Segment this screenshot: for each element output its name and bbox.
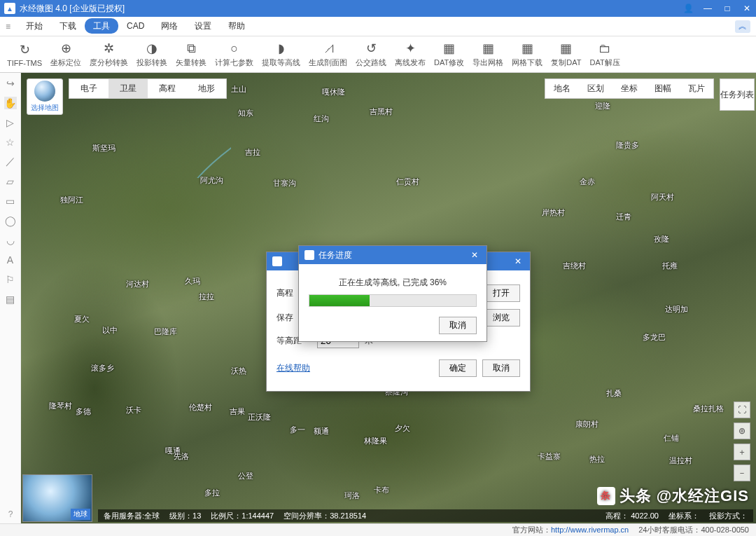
cancel-button[interactable]: 取消 (439, 317, 477, 334)
map-place-label: 卡布 (374, 485, 389, 495)
status-elev: 高程： 4022.00 (606, 511, 659, 521)
tool-rect-icon[interactable]: ▭ (4, 195, 17, 207)
map-place-label: 热拉 (589, 454, 605, 465)
ribbon-2[interactable]: ✲度分秒转换 (85, 39, 132, 69)
info-tab-2[interactable]: 坐标 (612, 79, 646, 98)
ribbon-3[interactable]: ◑投影转换 (132, 39, 172, 69)
map-tab-1[interactable]: 卫星 (108, 79, 148, 98)
collapse-ribbon-icon[interactable]: ︽ (735, 20, 750, 33)
map-place-label: 温拉村 (669, 455, 692, 466)
tool-star-icon[interactable]: ☆ (4, 136, 17, 149)
ribbon-icon: ✲ (104, 41, 114, 56)
menu-item-4[interactable]: 网络 (153, 18, 186, 34)
help-icon[interactable]: ? (4, 508, 17, 521)
site-link[interactable]: http://www.rivermap.cn (551, 525, 629, 534)
menu-item-0[interactable]: 开始 (18, 18, 51, 34)
ribbon-6[interactable]: ◗提取等高线 (258, 39, 304, 69)
map-canvas[interactable]: 土山嘎休隆知东红沟吉黑村迎隆斯坚玛吉拉隆贵多阿尤沟甘寨沟仁贡村金赤独阿江阿天村岸… (21, 73, 756, 523)
ribbon-14[interactable]: 🗀DAT解压 (585, 39, 624, 69)
info-tab-4[interactable]: 瓦片 (680, 79, 713, 98)
ribbon-12[interactable]: ▦网格下载 (507, 39, 547, 69)
map-place-label: 珂洛 (344, 490, 360, 501)
ribbon-8[interactable]: ↺公交路线 (351, 39, 391, 69)
ribbon-0[interactable]: ↻TIFF-TMS (3, 41, 46, 69)
map-place-label: 迎隆 (595, 101, 610, 111)
ok-button[interactable]: 确定 (439, 359, 477, 377)
browse-button[interactable]: 浏览 (482, 309, 520, 327)
zoom-in-button[interactable]: ＋ (734, 444, 750, 460)
map-tab-3[interactable]: 地形 (187, 79, 226, 98)
ribbon-label: 提取等高线 (262, 57, 300, 68)
ribbon-10[interactable]: ▦DAT修改 (430, 39, 468, 69)
menu-item-6[interactable]: 帮助 (220, 18, 253, 34)
tool-pointer-icon[interactable]: ▷ (4, 116, 17, 129)
map-place-label: 金赤 (580, 177, 595, 187)
fullscreen-button[interactable]: ⛶ (734, 401, 750, 418)
tool-layer-icon[interactable]: ▤ (4, 293, 17, 305)
ribbon-icon: ⊕ (61, 41, 71, 56)
menu-item-5[interactable]: 设置 (186, 18, 220, 34)
map-tab-0[interactable]: 电子 (69, 79, 108, 98)
globe-panel[interactable]: 地球 (22, 474, 92, 522)
map-selector-button[interactable]: 选择地图 (27, 78, 63, 115)
map-place-label: 迁青 (616, 212, 631, 222)
dialog-close-icon[interactable]: ✕ (468, 250, 481, 260)
ribbon-7[interactable]: ⩘生成剖面图 (304, 39, 351, 69)
dialog-logo-icon (304, 250, 314, 260)
map-place-label: 托雍 (662, 261, 678, 271)
online-help-link[interactable]: 在线帮助 (276, 362, 310, 374)
task-progress-dialog: 任务进度 ✕ 正在生成等高线, 已完成 36% 取消 (298, 245, 487, 342)
close-button[interactable]: ✕ (742, 4, 752, 13)
tool-redo-icon[interactable]: ↪ (4, 77, 17, 90)
task-list-button[interactable]: 任务列表 (720, 78, 755, 111)
tool-line-icon[interactable]: ／ (4, 156, 17, 168)
ribbon-4[interactable]: ⧉矢量转换 (172, 39, 211, 69)
tool-mark-icon[interactable]: ⚐ (4, 273, 17, 286)
map-place-label: 仁贡村 (396, 177, 419, 187)
ribbon-1[interactable]: ⊕坐标定位 (46, 39, 85, 69)
ribbon-label: 度分秒转换 (90, 57, 128, 68)
menu-item-2[interactable]: 工具 (85, 18, 118, 34)
tool-text-icon[interactable]: A (4, 254, 17, 266)
minimize-button[interactable]: — (703, 4, 713, 13)
locate-button[interactable]: ⊚ (734, 422, 750, 439)
dialog-titlebar[interactable]: 任务进度 ✕ (299, 246, 486, 264)
map-place-label: 多德 (76, 406, 91, 417)
info-tab-0[interactable]: 地名 (545, 79, 579, 98)
ribbon-11[interactable]: ▦导出网格 (468, 39, 507, 69)
tool-pan-icon[interactable]: ✋ (4, 97, 17, 109)
status-scale: 比例尺：1:144447 (211, 511, 274, 521)
map-place-label: 桑拉扎格 (693, 404, 724, 414)
zoom-out-button[interactable]: － (734, 465, 750, 481)
menu-item-1[interactable]: 下载 (51, 18, 85, 34)
info-tab-3[interactable]: 图幅 (646, 79, 680, 98)
map-place-label: 公登 (238, 471, 253, 481)
ribbon-9[interactable]: ✦离线发布 (391, 39, 430, 69)
tool-polygon-icon[interactable]: ▱ (4, 175, 17, 188)
hamburger-icon[interactable]: ≡ (6, 22, 10, 32)
ribbon-5[interactable]: ○计算七参数 (211, 39, 258, 69)
map-place-label: 夕欠 (395, 423, 410, 434)
ribbon-icon: 🗀 (598, 41, 611, 56)
tool-arc-icon[interactable]: ◡ (4, 234, 17, 247)
user-icon[interactable]: 👤 (683, 4, 693, 13)
dialog-close-icon[interactable]: ✕ (512, 256, 524, 266)
tool-circle-icon[interactable]: ◯ (4, 214, 17, 227)
progress-bar (309, 294, 477, 307)
ribbon-label: DAT修改 (434, 57, 464, 68)
map-tab-2[interactable]: 高程 (148, 79, 187, 98)
ribbon-label: 坐标定位 (50, 57, 81, 68)
ribbon-label: 矢量转换 (176, 57, 206, 68)
maximize-button[interactable]: □ (722, 4, 732, 13)
info-tab-1[interactable]: 区划 (579, 79, 612, 98)
ribbon-13[interactable]: ▦复制DAT (547, 39, 585, 69)
ribbon-label: TIFF-TMS (7, 59, 42, 67)
map-place-label: 隆琴村 (49, 401, 72, 411)
map-place-label: 伦楚村 (189, 402, 212, 413)
open-button[interactable]: 打开 (482, 284, 520, 302)
menu-item-3[interactable]: CAD (118, 18, 153, 34)
map-selector-caption: 选择地图 (31, 103, 59, 113)
phone-label: 24小时客服电话： (638, 525, 701, 534)
cancel-button[interactable]: 取消 (482, 359, 520, 377)
main-area: ↪ ✋ ▷ ☆ ／ ▱ ▭ ◯ ◡ A ⚐ ▤ 土山嘎休隆知东红沟吉黑村迎隆斯坚… (0, 73, 756, 523)
